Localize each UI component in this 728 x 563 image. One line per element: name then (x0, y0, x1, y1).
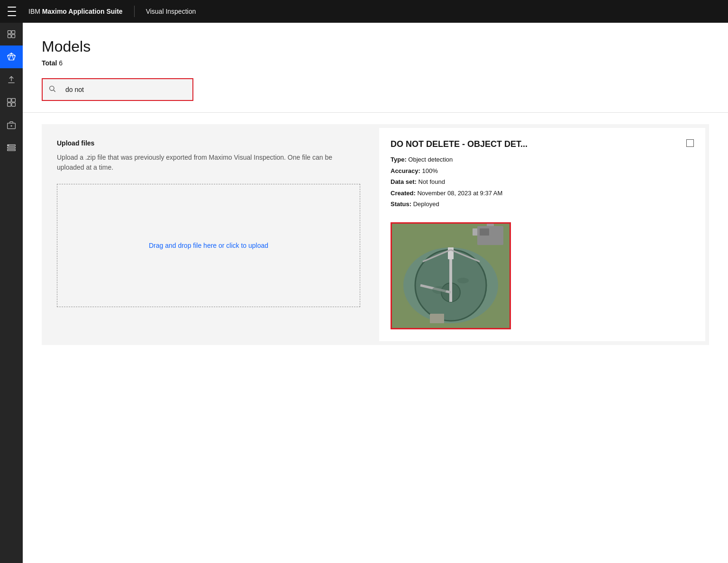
svg-marker-4 (8, 53, 16, 60)
section-divider (23, 112, 728, 113)
model-created: Created: November 08, 2023 at 9:37 AM (391, 189, 694, 198)
sidebar-item-models[interactable] (0, 45, 23, 68)
drop-zone-text[interactable]: Drag and drop file here or click to uplo… (149, 242, 268, 249)
model-type: Type: Object detection (391, 155, 694, 164)
model-card: DO NOT DELETE - OBJECT DET... Type: Obje… (379, 128, 705, 341)
search-input[interactable] (42, 78, 193, 101)
topbar: IBM Maximo Application Suite Visual Insp… (0, 0, 728, 23)
deploy-icon (7, 98, 16, 107)
datasets-icon (7, 29, 16, 39)
upload-card-title: Upload files (57, 139, 360, 147)
svg-rect-8 (8, 99, 11, 102)
cards-grid: Upload files Upload a .zip file that was… (42, 124, 709, 345)
svg-rect-16 (8, 147, 16, 148)
model-card-checkbox[interactable] (686, 139, 694, 147)
upload-card-description: Upload a .zip file that was previously e… (57, 153, 360, 173)
upload-card: Upload files Upload a .zip file that was… (42, 124, 375, 345)
page-title: Models (42, 38, 709, 55)
svg-point-19 (50, 86, 54, 91)
svg-rect-32 (430, 314, 444, 323)
model-card-header: DO NOT DELETE - OBJECT DET... (391, 139, 694, 149)
model-image (392, 224, 510, 328)
main-layout: Models Total 6 Upload files Upload a .zi… (0, 23, 728, 563)
svg-rect-10 (8, 103, 11, 107)
drop-zone[interactable]: Drag and drop file here or click to uplo… (57, 184, 360, 307)
svg-rect-17 (8, 149, 16, 151)
page-subtitle: Total 6 (42, 59, 709, 67)
sidebar-item-reports[interactable] (0, 114, 23, 136)
search-icon (48, 85, 56, 94)
app-name: Visual Inspection (146, 8, 196, 15)
model-status: Status: Deployed (391, 200, 694, 209)
svg-rect-1 (12, 31, 15, 34)
sidebar (0, 23, 23, 563)
search-bar-wrapper (42, 78, 193, 101)
model-image-wrapper[interactable] (391, 222, 511, 329)
sidebar-item-settings[interactable] (0, 136, 23, 159)
svg-rect-27 (448, 247, 454, 259)
menu-icon[interactable] (8, 7, 17, 16)
svg-rect-31 (480, 228, 489, 236)
topbar-divider (134, 6, 135, 17)
aerial-image-svg (392, 224, 510, 328)
settings-icon (7, 143, 16, 153)
sidebar-item-deploy[interactable] (0, 91, 23, 114)
sidebar-item-upload[interactable] (0, 68, 23, 91)
brand-name: IBM Maximo Application Suite (28, 8, 123, 15)
svg-rect-3 (12, 35, 15, 38)
upload-icon (7, 75, 16, 84)
content-area: Models Total 6 Upload files Upload a .zi… (23, 23, 728, 563)
model-accuracy: Accuracy: 100% (391, 166, 694, 176)
svg-point-34 (457, 278, 469, 283)
svg-line-20 (54, 90, 55, 92)
svg-rect-11 (12, 103, 16, 107)
models-icon (7, 52, 16, 62)
reports-icon (7, 120, 16, 130)
model-card-title: DO NOT DELETE - OBJECT DET... (391, 139, 528, 149)
sidebar-item-datasets[interactable] (0, 23, 23, 45)
svg-rect-9 (12, 99, 16, 102)
model-dataset: Data set: Not found (391, 177, 694, 187)
svg-rect-2 (8, 35, 11, 38)
svg-point-33 (432, 286, 446, 294)
svg-rect-0 (8, 31, 11, 34)
